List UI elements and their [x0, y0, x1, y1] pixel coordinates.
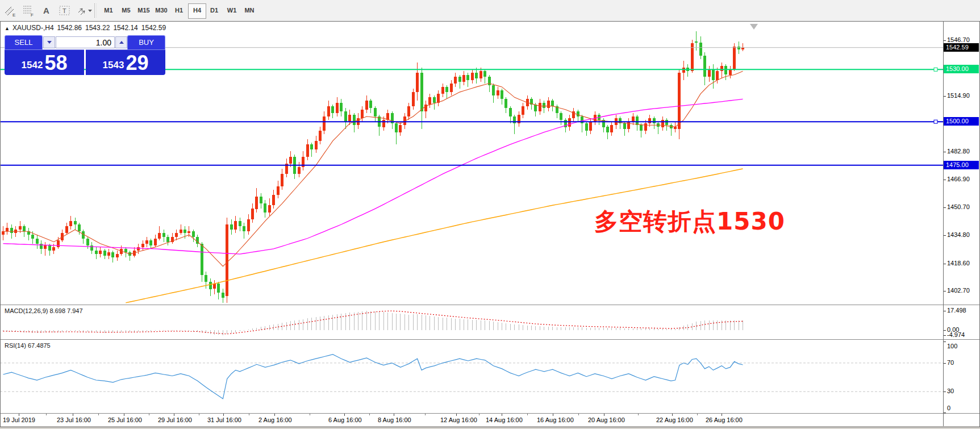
time-tick-label: 31 Jul 16:00 [207, 416, 241, 423]
volume-input[interactable] [56, 36, 115, 48]
price-tick [944, 264, 946, 264]
rsi-tick [944, 341, 946, 342]
time-tick-label: 29 Jul 16:00 [158, 416, 192, 423]
macd-tick [944, 311, 946, 311]
text-box-icon[interactable]: T [58, 3, 73, 18]
rsi-tick-label: 100 [947, 343, 957, 349]
time-tick-label: 2 Aug 16:00 [258, 416, 292, 423]
time-tick [223, 414, 224, 416]
close-value: 1542.59 [141, 24, 166, 32]
time-tick [553, 414, 553, 416]
chart-shift-marker[interactable] [750, 24, 758, 30]
macd-tick-label: 17.498 [947, 307, 966, 314]
time-tick [604, 414, 604, 416]
macd-values: 8.698 7.947 [49, 307, 82, 314]
buy-price[interactable]: 1543 29 [86, 49, 165, 75]
axis-border [943, 22, 944, 426]
macd-tick [944, 335, 946, 336]
ohlc-info-line: ▲XAUUSD-,H41542.861543.221542.141542.59 [5, 24, 169, 32]
price-tick-label: 1418.60 [947, 260, 970, 266]
timeframe-button-h1[interactable]: H1 [170, 3, 187, 18]
sell-price[interactable]: 1542 58 [5, 49, 84, 75]
time-tick [174, 414, 174, 416]
panel-separator[interactable] [0, 305, 980, 305]
low-value: 1542.14 [113, 24, 137, 32]
time-tick-label: 26 Aug 16:00 [706, 416, 743, 423]
time-tick-minor [638, 414, 639, 415]
panel-separator [0, 413, 980, 414]
time-tick [456, 414, 457, 416]
macd-canvas[interactable] [0, 306, 943, 339]
buy-price-big: 29 [126, 51, 148, 75]
timeframe-button-mn[interactable]: MN [241, 3, 258, 18]
arrow-tools-icon[interactable] [76, 3, 91, 18]
time-tick-label: 23 Jul 16:00 [57, 416, 91, 423]
timeframe-button-w1[interactable]: W1 [223, 3, 240, 18]
price-tick [944, 180, 946, 180]
time-axis[interactable]: 19 Jul 201923 Jul 16:0025 Jul 16:0029 Ju… [0, 414, 943, 426]
time-tick [344, 414, 345, 416]
sell-button[interactable]: SELL [5, 35, 43, 49]
rsi-canvas[interactable] [0, 340, 943, 413]
time-tick-label: 14 Aug 16:00 [486, 416, 523, 423]
buy-price-small: 1543 [103, 60, 124, 75]
hline-handle[interactable] [934, 120, 937, 123]
rsi-label: RSI(14) 67.4875 [5, 342, 51, 349]
panel-separator[interactable] [0, 339, 980, 340]
time-tick [19, 414, 19, 416]
price-tick [944, 152, 946, 152]
toolbar-grip[interactable] [94, 3, 97, 18]
time-tick-minor [249, 414, 249, 415]
hline-handle[interactable] [934, 68, 937, 71]
time-tick [394, 414, 394, 416]
time-tick-minor [479, 414, 479, 415]
rsi-tick-label: 0 [947, 405, 950, 411]
price-tick-label: 1514.90 [947, 92, 970, 99]
volume-down-button[interactable] [43, 36, 55, 48]
price-axis[interactable]: 1546.701514.901482.801466.901450.701434.… [943, 0, 980, 429]
macd-title: MACD(12,26,9) [5, 307, 48, 314]
level-price-badge: 1530.00 [944, 65, 979, 73]
time-tick-label: 16 Aug 16:00 [537, 416, 574, 423]
time-tick-label: 20 Aug 16:00 [588, 416, 625, 423]
text-label-icon[interactable]: A [40, 3, 55, 18]
time-tick-minor [527, 414, 528, 415]
time-tick-minor [199, 414, 199, 415]
volume-up-button[interactable] [115, 36, 127, 48]
fibonacci-retracement-icon[interactable]: F [22, 3, 36, 18]
symbol-label: XAUUSD-,H4 [12, 24, 54, 32]
current-price-badge: 1542.59 [944, 43, 979, 52]
arrow-down-icon [47, 41, 52, 44]
timeframe-button-m30[interactable]: M30 [153, 3, 170, 18]
rsi-value: 67.4875 [28, 342, 51, 349]
svg-text:A: A [43, 6, 49, 15]
time-tick [124, 414, 124, 416]
equidistant-channel-icon[interactable]: E [3, 3, 18, 18]
timeframe-button-d1[interactable]: D1 [206, 3, 223, 18]
open-value: 1542.86 [57, 24, 82, 32]
rsi-title: RSI(14) [5, 342, 26, 349]
macd-tick [944, 330, 946, 331]
buy-button[interactable]: BUY [127, 35, 165, 49]
rsi-tick [944, 363, 946, 364]
time-tick-label: 6 Aug 16:00 [328, 416, 362, 423]
timeframe-button-h4[interactable]: H4 [188, 3, 206, 19]
one-click-trade-panel: SELL BUY 1542 58 1543 29 [5, 35, 165, 75]
price-tick-label: 1450.70 [947, 203, 970, 210]
svg-text:F: F [31, 13, 34, 18]
time-tick-minor [425, 414, 426, 415]
collapse-arrow-icon[interactable]: ▲ [5, 26, 10, 31]
chart-annotation-text[interactable]: 多空转折点1530 [594, 206, 785, 238]
price-tick-label: 1434.80 [947, 231, 970, 238]
time-tick-label: 19 Jul 2019 [3, 416, 35, 423]
price-tick [944, 96, 946, 97]
time-tick-minor [697, 414, 698, 415]
time-tick-label: 22 Aug 16:00 [656, 416, 693, 423]
time-tick-minor [98, 414, 99, 415]
timeframe-button-m5[interactable]: M5 [118, 3, 135, 18]
price-tick-label: 1402.70 [947, 287, 970, 294]
time-tick-minor [369, 414, 370, 415]
rsi-tick-label: 70 [947, 359, 954, 366]
timeframe-button-m1[interactable]: M1 [100, 3, 117, 18]
timeframe-button-m15[interactable]: M15 [135, 3, 152, 18]
